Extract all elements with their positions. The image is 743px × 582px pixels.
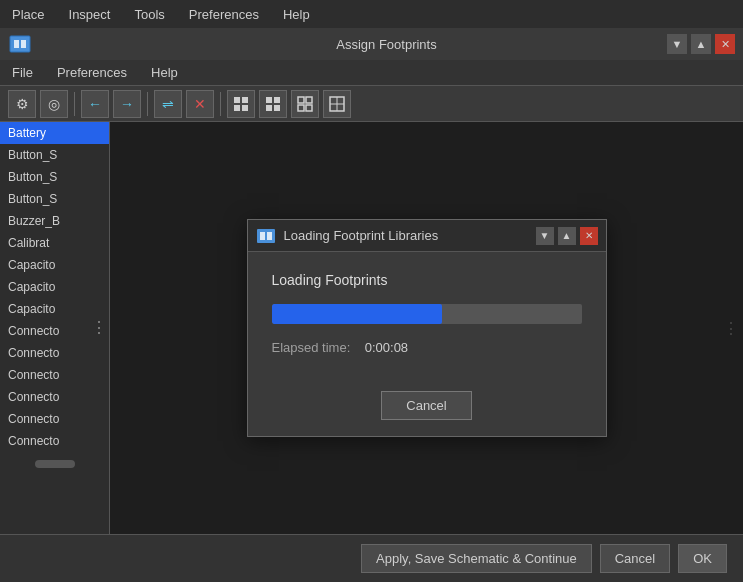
ok-button[interactable]: OK: [678, 544, 727, 573]
list-item[interactable]: Battery: [0, 122, 109, 144]
modal-cancel-button[interactable]: Cancel: [381, 391, 471, 420]
modal-maximize-button[interactable]: ▲: [558, 227, 576, 245]
secondary-menubar: File Preferences Help: [0, 60, 743, 86]
close-button[interactable]: ✕: [715, 34, 735, 54]
list-item[interactable]: Connecto: [0, 408, 109, 430]
left-panel: Battery Button_S Button_S Button_S Buzze…: [0, 122, 110, 534]
modal-footer: Cancel: [248, 391, 606, 436]
svg-rect-0: [10, 36, 30, 52]
cross-button[interactable]: ✕: [186, 90, 214, 118]
grid3-button[interactable]: [291, 90, 319, 118]
menu-place[interactable]: Place: [8, 5, 49, 24]
modal-titlebar: Loading Footprint Libraries ▼ ▲ ✕: [248, 220, 606, 252]
sec-menu-help[interactable]: Help: [147, 63, 182, 82]
svg-rect-14: [306, 105, 312, 111]
list-item[interactable]: Capacito: [0, 276, 109, 298]
svg-rect-1: [14, 40, 19, 48]
modal-title: Loading Footprint Libraries: [284, 228, 536, 243]
grid1-button[interactable]: [227, 90, 255, 118]
svg-rect-4: [242, 97, 248, 103]
menu-help[interactable]: Help: [279, 5, 314, 24]
toolbar-separator-1: [74, 92, 75, 116]
loading-modal: Loading Footprint Libraries ▼ ▲ ✕ Loadin…: [247, 219, 607, 437]
title-bar: Assign Footprints ▼ ▲ ✕: [0, 28, 743, 60]
toolbar: ⚙ ◎ ← → ⇌ ✕: [0, 86, 743, 122]
sec-menu-preferences[interactable]: Preferences: [53, 63, 131, 82]
circle-dot-button[interactable]: ◎: [40, 90, 68, 118]
list-item[interactable]: Connecto: [0, 364, 109, 386]
grid2-button[interactable]: [259, 90, 287, 118]
settings-button[interactable]: ⚙: [8, 90, 36, 118]
grid4-button[interactable]: [323, 90, 351, 118]
list-item[interactable]: Capacito: [0, 298, 109, 320]
progress-bar: [272, 304, 582, 324]
elapsed-time: Elapsed time: 0:00:08: [272, 340, 582, 355]
modal-body: Loading Footprints Elapsed time: 0:00:08: [248, 252, 606, 391]
progress-bar-fill: [272, 304, 443, 324]
list-item[interactable]: Capacito: [0, 254, 109, 276]
list-item[interactable]: Buzzer_B: [0, 210, 109, 232]
apply-save-button[interactable]: Apply, Save Schematic & Continue: [361, 544, 592, 573]
svg-rect-8: [274, 97, 280, 103]
window-controls: ▼ ▲ ✕: [667, 34, 735, 54]
svg-rect-9: [266, 105, 272, 111]
svg-rect-10: [274, 105, 280, 111]
svg-rect-5: [234, 105, 240, 111]
bottom-cancel-button[interactable]: Cancel: [600, 544, 670, 573]
bottom-bar: Apply, Save Schematic & Continue Cancel …: [0, 534, 743, 582]
svg-rect-6: [242, 105, 248, 111]
menu-tools[interactable]: Tools: [130, 5, 168, 24]
sec-menu-file[interactable]: File: [8, 63, 37, 82]
list-item[interactable]: Connecto: [0, 342, 109, 364]
list-item[interactable]: Connecto: [0, 386, 109, 408]
loading-text: Loading Footprints: [272, 272, 582, 288]
minimize-button[interactable]: ▼: [667, 34, 687, 54]
forward-button[interactable]: →: [113, 90, 141, 118]
svg-rect-11: [298, 97, 304, 103]
right-content-area: ⋮ Loading Footprint Libraries ▼: [110, 122, 743, 534]
toolbar-separator-3: [220, 92, 221, 116]
list-item[interactable]: Connecto: [0, 430, 109, 452]
window-title: Assign Footprints: [38, 37, 735, 52]
menu-inspect[interactable]: Inspect: [65, 5, 115, 24]
top-menubar: Place Inspect Tools Preferences Help: [0, 0, 743, 28]
modal-window-controls: ▼ ▲ ✕: [536, 227, 598, 245]
maximize-button[interactable]: ▲: [691, 34, 711, 54]
svg-rect-2: [21, 40, 26, 48]
svg-rect-7: [266, 97, 272, 103]
main-area: Battery Button_S Button_S Button_S Buzze…: [0, 122, 743, 534]
svg-rect-12: [306, 97, 312, 103]
list-item[interactable]: Calibrat: [0, 232, 109, 254]
menu-preferences[interactable]: Preferences: [185, 5, 263, 24]
svg-rect-20: [267, 232, 272, 240]
modal-collapse-button[interactable]: ▼: [536, 227, 554, 245]
svg-rect-13: [298, 105, 304, 111]
list-item[interactable]: Button_S: [0, 144, 109, 166]
list-item[interactable]: Button_S: [0, 166, 109, 188]
svg-rect-18: [257, 229, 275, 243]
modal-close-button[interactable]: ✕: [580, 227, 598, 245]
back-button[interactable]: ←: [81, 90, 109, 118]
scroll-indicator: [35, 460, 75, 468]
app-icon: [8, 32, 32, 56]
modal-overlay: Loading Footprint Libraries ▼ ▲ ✕ Loadin…: [110, 122, 743, 534]
modal-app-icon: [256, 226, 276, 246]
elapsed-value: 0:00:08: [365, 340, 408, 355]
svg-rect-3: [234, 97, 240, 103]
resize-handle[interactable]: ⋮: [91, 320, 107, 336]
list-item[interactable]: Button_S: [0, 188, 109, 210]
exchange-button[interactable]: ⇌: [154, 90, 182, 118]
elapsed-label: Elapsed time:: [272, 340, 351, 355]
svg-rect-19: [260, 232, 265, 240]
toolbar-separator-2: [147, 92, 148, 116]
